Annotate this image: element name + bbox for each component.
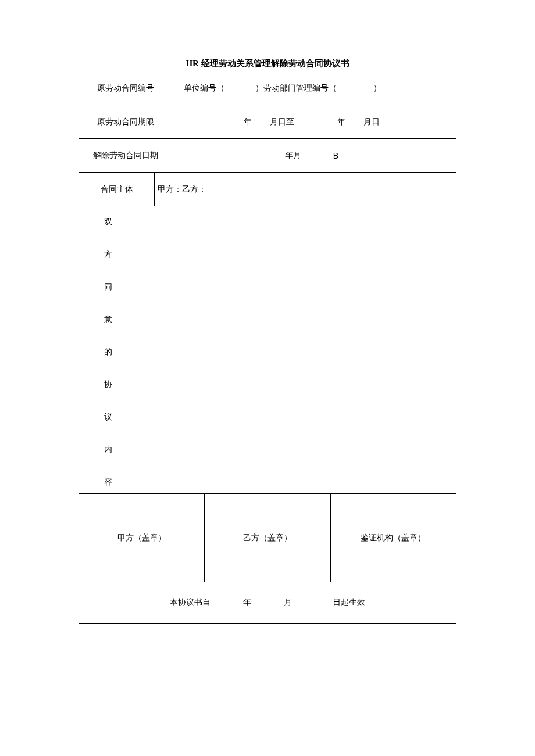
- row-agreement-content: 双 方 同 意 的 协 议 内 容: [79, 206, 456, 494]
- row-stamps: 甲方（盖章） 乙方（盖章） 鉴证机构（盖章）: [79, 494, 456, 582]
- content-char-2: 方: [104, 249, 112, 260]
- content-char-6: 协: [104, 379, 112, 390]
- content-char-4: 意: [104, 314, 112, 325]
- row-termination-date: 解除劳动合同日期 年月 B: [79, 139, 456, 173]
- row-contract-number: 原劳动合同编号 单位编号（ ）劳动部门管理编号（ ）: [79, 71, 456, 105]
- content-char-3: 同: [104, 282, 112, 292]
- content-char-5: 的: [104, 347, 112, 357]
- value-contract-period: 年 月日至 年 月日: [172, 105, 456, 138]
- value-agreement-content: [137, 206, 456, 493]
- row-contract-period: 原劳动合同期限 年 月日至 年 月日: [79, 105, 456, 139]
- contract-period-text: 年 月日至 年 月日: [244, 117, 380, 127]
- form-table: 原劳动合同编号 单位编号（ ）劳动部门管理编号（ ） 原劳动合同期限 年 月日至…: [79, 71, 456, 624]
- effective-date-text: 本协议书自 年 月 日起生效: [170, 597, 365, 608]
- content-char-8: 内: [104, 445, 112, 455]
- document-title: HR 经理劳动关系管理解除劳动合同协议书: [79, 58, 456, 69]
- termination-date-left: 年月: [285, 151, 301, 161]
- content-char-7: 议: [104, 412, 112, 422]
- label-termination-date: 解除劳动合同日期: [79, 139, 172, 172]
- label-contract-period: 原劳动合同期限: [79, 105, 172, 138]
- row-parties: 合同主体 甲方：乙方：: [79, 173, 456, 206]
- value-contract-number: 单位编号（ ）劳动部门管理编号（ ）: [172, 71, 456, 105]
- stamp-party-a: 甲方（盖章）: [79, 494, 205, 582]
- termination-date-right: B: [333, 151, 338, 160]
- contract-number-text: 单位编号（ ）劳动部门管理编号（ ）: [184, 83, 381, 94]
- content-char-9: 容: [104, 477, 112, 488]
- label-contract-number: 原劳动合同编号: [79, 71, 172, 105]
- effective-date-cell: 本协议书自 年 月 日起生效: [79, 597, 456, 608]
- label-parties: 合同主体: [79, 173, 155, 206]
- row-effective-date: 本协议书自 年 月 日起生效: [79, 582, 456, 623]
- label-agreement-content: 双 方 同 意 的 协 议 内 容: [79, 206, 137, 493]
- stamp-party-b: 乙方（盖章）: [205, 494, 330, 582]
- value-parties: 甲方：乙方：: [155, 173, 456, 206]
- content-char-1: 双: [104, 217, 112, 227]
- value-termination-date: 年月 B: [172, 139, 456, 172]
- stamp-notary: 鉴证机构（盖章）: [331, 494, 456, 582]
